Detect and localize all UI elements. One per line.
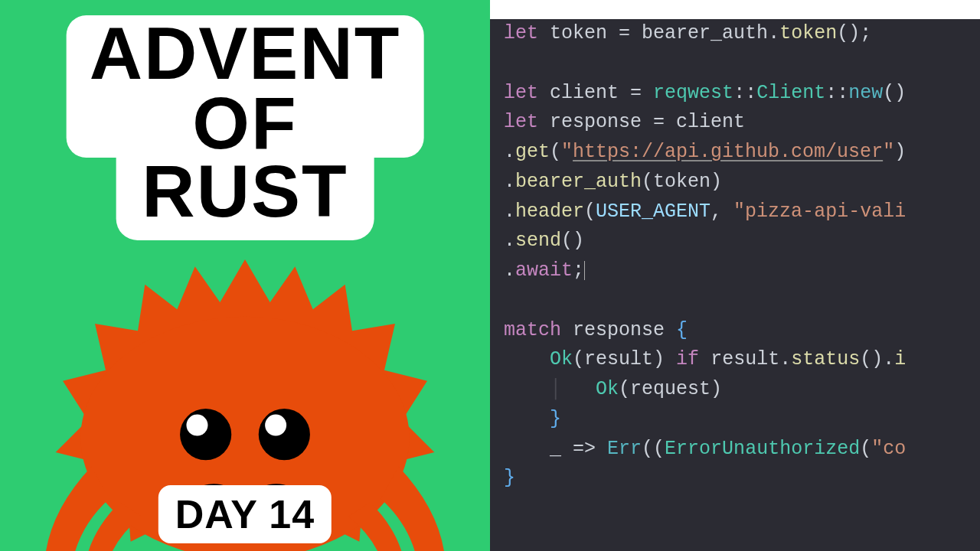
code-token: = — [630, 82, 642, 104]
code-token — [538, 111, 550, 133]
code-token: :: — [733, 82, 756, 104]
code-line: } — [504, 464, 980, 494]
code-token: = — [653, 111, 665, 133]
code-token: let — [504, 22, 538, 44]
code-token: │ — [550, 378, 596, 400]
code-token: response — [550, 111, 642, 133]
code-token: . — [504, 230, 515, 252]
code-token: bearer_auth — [642, 22, 768, 44]
code-token: ( — [573, 348, 584, 370]
code-token — [538, 82, 550, 104]
svg-point-1 — [180, 409, 231, 460]
title-line-1: ADVENT OF — [90, 18, 401, 158]
code-token: ( — [584, 201, 596, 223]
code-line: let token = bearer_auth.token(); — [504, 19, 980, 49]
code-token — [584, 261, 585, 280]
code-token: new — [848, 82, 883, 104]
code-token: let — [504, 82, 538, 104]
code-token: . — [504, 171, 515, 193]
code-token: Ok — [550, 348, 573, 370]
code-token — [561, 438, 573, 460]
code-token — [642, 111, 653, 133]
code-token: . — [504, 259, 515, 282]
code-token: { — [676, 319, 688, 341]
svg-point-2 — [259, 409, 310, 460]
code-token — [722, 201, 733, 223]
code-token: } — [504, 467, 515, 489]
code-token: token — [653, 171, 710, 193]
day-label: DAY 14 — [175, 491, 315, 537]
code-token: ( — [619, 378, 630, 400]
code-token: "pizza-api-vali — [733, 201, 906, 223]
code-token: ) — [710, 171, 722, 193]
code-token: ; — [860, 22, 871, 44]
code-token: i — [894, 348, 906, 370]
code-token: . — [504, 201, 515, 223]
code-token: https://api.github.com/user — [573, 141, 883, 163]
banner-panel: ADVENT OF RUST DAY 14 — [0, 0, 490, 551]
code-token — [699, 348, 710, 370]
code-token — [561, 319, 573, 341]
code-token — [665, 319, 676, 341]
code-line: │ Ok(request) — [504, 375, 980, 405]
code-line: Ok(result) if result.status().i — [504, 345, 980, 375]
code-token — [642, 82, 653, 104]
code-token — [630, 22, 642, 44]
code-token: " — [561, 141, 573, 163]
code-line — [504, 286, 980, 316]
code-token: ) — [653, 348, 665, 370]
code-token: . — [768, 22, 779, 44]
code-token: result — [584, 348, 653, 370]
code-token: "co — [871, 438, 906, 460]
code-token: () — [561, 230, 584, 252]
code-line: .send() — [504, 227, 980, 256]
code-token: Client — [756, 82, 825, 104]
code-token — [538, 22, 550, 44]
code-token: if — [676, 348, 699, 370]
code-token: , — [710, 201, 722, 223]
code-token — [596, 438, 607, 460]
title-line-2: RUST — [142, 156, 348, 226]
code-token: result — [710, 348, 779, 370]
code-token: header — [515, 201, 584, 223]
code-token: ) — [710, 378, 722, 400]
code-token: reqwest — [653, 82, 733, 104]
code-token: ErrorUnauthorized — [665, 438, 860, 460]
code-token: () — [883, 82, 906, 104]
code-token: token — [550, 22, 607, 44]
code-token — [504, 378, 550, 400]
code-token: ( — [860, 438, 871, 460]
code-token — [504, 348, 550, 370]
code-token: bearer_auth — [515, 171, 642, 193]
day-badge: DAY 14 — [158, 485, 332, 543]
code-line — [504, 49, 980, 79]
title-card: ADVENT OF RUST — [67, 15, 424, 240]
code-token — [665, 111, 676, 133]
code-line: .bearer_auth(token) — [504, 168, 980, 197]
code-token: let — [504, 111, 538, 133]
code-token — [665, 348, 676, 370]
svg-point-4 — [265, 415, 286, 436]
code-token — [504, 408, 550, 430]
code-token: :: — [825, 82, 848, 104]
code-token: . — [883, 348, 894, 370]
code-token — [619, 82, 630, 104]
code-token: status — [791, 348, 860, 370]
code-token: ; — [573, 259, 584, 282]
code-token — [504, 438, 550, 460]
code-token: Err — [607, 438, 642, 460]
code-token: await — [515, 259, 573, 282]
code-line: .await; — [504, 256, 980, 286]
code-token: send — [515, 230, 561, 252]
code-line: .header(USER_AGENT, "pizza-api-vali — [504, 197, 980, 227]
code-token — [607, 22, 619, 44]
code-token: get — [515, 141, 550, 163]
code-token: ( — [550, 141, 561, 163]
code-token: request — [630, 378, 710, 400]
code-line: _ => Err((ErrorUnauthorized("co — [504, 435, 980, 465]
code-token: match — [504, 319, 561, 341]
code-line: match response { — [504, 316, 980, 346]
code-token: Ok — [596, 378, 619, 400]
code-token: = — [619, 22, 630, 44]
svg-point-3 — [186, 415, 207, 436]
